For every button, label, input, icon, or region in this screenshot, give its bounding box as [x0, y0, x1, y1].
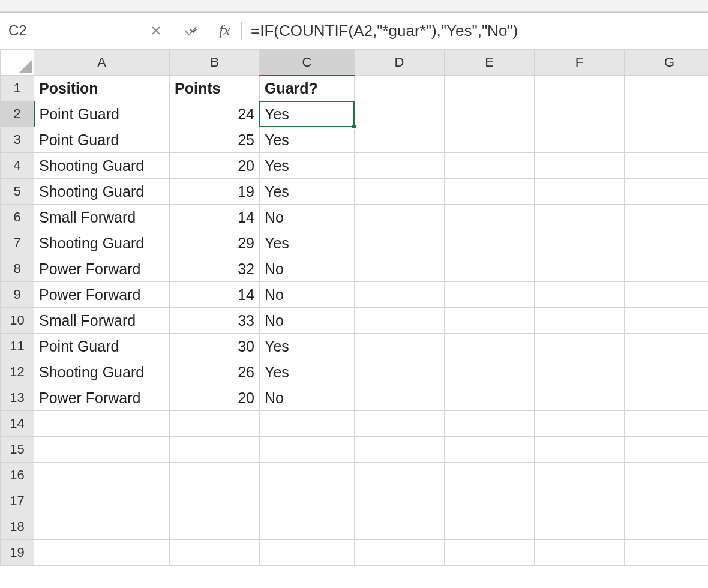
cell-C6[interactable]: No [260, 205, 355, 230]
formula-input-area[interactable] [242, 13, 708, 49]
cell-F4[interactable] [535, 153, 625, 179]
cell-G19[interactable] [625, 540, 709, 566]
cell-E5[interactable] [445, 179, 535, 205]
cell-B10[interactable]: 33 [170, 308, 260, 334]
row-header-2[interactable]: 2 [1, 101, 34, 127]
cell-A17[interactable] [34, 488, 170, 514]
cell-G8[interactable] [625, 256, 709, 282]
cell-F19[interactable] [535, 540, 625, 566]
cell-G12[interactable] [625, 359, 709, 385]
cell-A8[interactable]: Power Forward [34, 256, 170, 282]
cell-E19[interactable] [445, 540, 535, 566]
cell-D12[interactable] [355, 359, 445, 385]
cell-G17[interactable] [625, 488, 709, 514]
cell-A4[interactable]: Shooting Guard [34, 153, 170, 179]
cell-D18[interactable] [355, 514, 445, 540]
cell-A11[interactable]: Point Guard [34, 334, 170, 359]
cell-C17[interactable] [260, 488, 355, 514]
cell-D6[interactable] [355, 205, 445, 230]
column-header-F[interactable]: F [535, 50, 625, 76]
cell-E10[interactable] [445, 308, 535, 334]
row-header-7[interactable]: 7 [1, 230, 34, 256]
cell-A13[interactable]: Power Forward [34, 385, 170, 411]
cell-A2[interactable]: Point Guard [34, 101, 170, 127]
column-header-A[interactable]: A [34, 50, 170, 76]
cell-B16[interactable] [170, 463, 260, 488]
cell-D5[interactable] [355, 179, 445, 205]
cell-B4[interactable]: 20 [170, 153, 260, 179]
cell-E12[interactable] [445, 359, 535, 385]
row-header-18[interactable]: 18 [1, 514, 34, 540]
cell-B7[interactable]: 29 [170, 230, 260, 256]
cell-C2[interactable]: Yes [260, 101, 355, 127]
cell-A10[interactable]: Small Forward [34, 308, 170, 334]
cell-E15[interactable] [445, 437, 535, 463]
grid[interactable]: ABCDEFG 1PositionPointsGuard?2Point Guar… [0, 49, 708, 566]
cell-G5[interactable] [625, 179, 709, 205]
cell-B13[interactable]: 20 [170, 385, 260, 411]
row-header-4[interactable]: 4 [1, 153, 34, 179]
cell-D14[interactable] [355, 411, 445, 437]
row-header-1[interactable]: 1 [1, 76, 34, 101]
cell-E14[interactable] [445, 411, 535, 437]
cell-B1[interactable]: Points [170, 76, 260, 101]
cell-F11[interactable] [535, 334, 625, 359]
cell-B9[interactable]: 14 [170, 282, 260, 308]
column-header-G[interactable]: G [625, 50, 709, 76]
cell-C10[interactable]: No [260, 308, 355, 334]
cell-D9[interactable] [355, 282, 445, 308]
cell-G3[interactable] [625, 127, 709, 153]
cell-C15[interactable] [260, 437, 355, 463]
cell-C14[interactable] [260, 411, 355, 437]
row-header-19[interactable]: 19 [1, 540, 34, 566]
cell-F9[interactable] [535, 282, 625, 308]
cell-F6[interactable] [535, 205, 625, 230]
cell-B8[interactable]: 32 [170, 256, 260, 282]
cell-E11[interactable] [445, 334, 535, 359]
cell-D13[interactable] [355, 385, 445, 411]
cell-C19[interactable] [260, 540, 355, 566]
cell-E1[interactable] [445, 76, 535, 101]
row-header-10[interactable]: 10 [1, 308, 34, 334]
cell-C5[interactable]: Yes [260, 179, 355, 205]
row-header-3[interactable]: 3 [1, 127, 34, 153]
cell-G1[interactable] [625, 76, 709, 101]
cell-E16[interactable] [445, 463, 535, 488]
cell-B19[interactable] [170, 540, 260, 566]
column-header-B[interactable]: B [170, 50, 260, 76]
row-header-16[interactable]: 16 [1, 463, 34, 488]
cell-F8[interactable] [535, 256, 625, 282]
cell-A6[interactable]: Small Forward [34, 205, 170, 230]
cell-F16[interactable] [535, 463, 625, 488]
cell-F18[interactable] [535, 514, 625, 540]
cell-F12[interactable] [535, 359, 625, 385]
cell-E7[interactable] [445, 230, 535, 256]
worksheet[interactable]: ABCDEFG 1PositionPointsGuard?2Point Guar… [0, 49, 708, 566]
cell-F1[interactable] [535, 76, 625, 101]
cell-C13[interactable]: No [260, 385, 355, 411]
cell-A7[interactable]: Shooting Guard [34, 230, 170, 256]
cell-D2[interactable] [355, 101, 445, 127]
row-header-6[interactable]: 6 [1, 205, 34, 230]
cell-F15[interactable] [535, 437, 625, 463]
cell-D19[interactable] [355, 540, 445, 566]
cell-G2[interactable] [625, 101, 709, 127]
cell-G18[interactable] [625, 514, 709, 540]
cell-G10[interactable] [625, 308, 709, 334]
row-header-14[interactable]: 14 [1, 411, 34, 437]
cell-B3[interactable]: 25 [170, 127, 260, 153]
cell-G9[interactable] [625, 282, 709, 308]
cell-C4[interactable]: Yes [260, 153, 355, 179]
cell-F13[interactable] [535, 385, 625, 411]
row-header-8[interactable]: 8 [1, 256, 34, 282]
cell-G14[interactable] [625, 411, 709, 437]
cell-B2[interactable]: 24 [170, 101, 260, 127]
cell-F2[interactable] [535, 101, 625, 127]
cell-F7[interactable] [535, 230, 625, 256]
insert-function-button[interactable]: fx [208, 22, 242, 40]
fill-handle[interactable] [352, 124, 356, 129]
cell-A3[interactable]: Point Guard [34, 127, 170, 153]
cell-D8[interactable] [355, 256, 445, 282]
cell-A14[interactable] [34, 411, 170, 437]
cell-F14[interactable] [535, 411, 625, 437]
